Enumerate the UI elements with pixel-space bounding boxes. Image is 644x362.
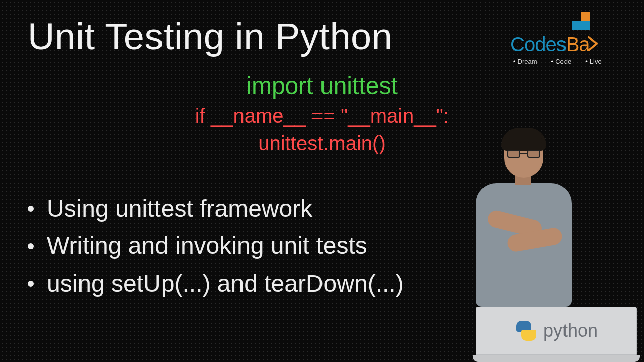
bullet-text: Using unittest framework bbox=[47, 190, 312, 227]
python-logo-icon bbox=[515, 320, 537, 342]
presenter-figure bbox=[467, 131, 578, 317]
glasses-icon bbox=[507, 150, 540, 158]
logo-tagline: Dream bbox=[513, 58, 537, 65]
logo-wordmark: CodesBa bbox=[510, 33, 631, 56]
bullet-item: using setUp(...) and tearDown(...) bbox=[28, 265, 404, 302]
bullet-dot-icon bbox=[28, 206, 34, 212]
logo-tagline: Live bbox=[585, 58, 601, 65]
bullet-list: Using unittest framework Writing and inv… bbox=[28, 190, 404, 302]
code-main-guard: if __name__ == "__main__": bbox=[195, 105, 449, 127]
logo-part2: Ba bbox=[566, 33, 590, 55]
code-main-call: unittest.main() bbox=[258, 132, 385, 155]
logo-taglines: Dream Code Live bbox=[510, 58, 631, 65]
logo-caret-icon bbox=[587, 33, 600, 56]
codesbay-logo: CodesBa Dream Code Live bbox=[510, 15, 631, 65]
bullet-dot-icon bbox=[28, 281, 34, 287]
slide-title: Unit Testing in Python bbox=[28, 15, 392, 58]
bullet-dot-icon bbox=[28, 243, 34, 249]
python-label: python bbox=[515, 320, 598, 342]
code-import-line: import unittest bbox=[246, 72, 397, 100]
logo-tagline: Code bbox=[551, 58, 572, 65]
bullet-text: using setUp(...) and tearDown(...) bbox=[47, 265, 404, 302]
laptop: python bbox=[476, 307, 637, 362]
bullet-item: Using unittest framework bbox=[28, 190, 404, 227]
python-text: python bbox=[543, 320, 598, 341]
bullet-text: Writing and invoking unit tests bbox=[47, 227, 367, 264]
logo-part1: Codes bbox=[510, 33, 566, 55]
bullet-item: Writing and invoking unit tests bbox=[28, 227, 404, 264]
